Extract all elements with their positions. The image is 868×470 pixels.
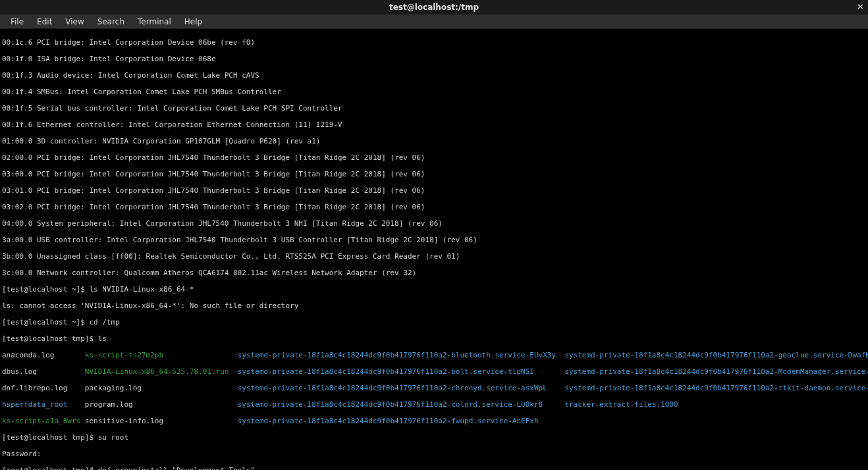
menu-file[interactable]: File	[4, 15, 30, 28]
terminal-output[interactable]: 00:1c.6 PCI bridge: Intel Corporation De…	[0, 29, 868, 470]
prompt-line: [test@localhost tmp]$ ls	[2, 335, 866, 344]
close-icon[interactable]: ×	[857, 1, 864, 11]
menu-search[interactable]: Search	[91, 15, 131, 28]
term-line: 3b:00.0 Unassigned class [ff00]: Realtek…	[2, 253, 866, 261]
menubar: File Edit View Search Terminal Help	[0, 14, 868, 29]
ls-line: ks-script-a1a_8wrs sensitive-info.log sy…	[2, 417, 866, 426]
prompt-line: [test@localhost tmp]$ su root	[2, 434, 866, 442]
term-line: 00:1f.4 SMBus: Intel Corporation Comet L…	[2, 88, 866, 97]
term-line: 3c:00.0 Network controller: Qualcomm Ath…	[2, 269, 866, 278]
ls-line: dnf.librepo.log packaging.log systemd-pr…	[2, 384, 866, 393]
term-line: 00:1f.0 ISA bridge: Intel Corporation De…	[2, 55, 866, 64]
term-line: 03:02.0 PCI bridge: Intel Corporation JH…	[2, 203, 866, 212]
prompt-line: [root@localhost tmp]# dnf groupinstall "…	[2, 467, 866, 471]
window-titlebar: test@localhost:/tmp ×	[0, 0, 868, 14]
menu-help[interactable]: Help	[178, 15, 209, 28]
window-title: test@localhost:/tmp	[389, 3, 479, 12]
term-line: Password:	[2, 450, 866, 459]
term-line: 00:1f.6 Ethernet controller: Intel Corpo…	[2, 121, 866, 130]
term-line: 03:00.0 PCI bridge: Intel Corporation JH…	[2, 170, 866, 179]
prompt-line: [test@localhost ~]$ ls NVIDIA-Linux-x86_…	[2, 286, 866, 294]
term-line: 01:00.0 3D controller: NVIDIA Corporatio…	[2, 138, 866, 146]
ls-line: anaconda.log ks-script-ts27m2pb systemd-…	[2, 352, 866, 360]
term-line: 04:00.0 System peripheral: Intel Corpora…	[2, 220, 866, 228]
prompt-line: [test@localhost ~]$ cd /tmp	[2, 319, 866, 327]
menu-view[interactable]: View	[59, 15, 90, 28]
ls-line: dbus.log NVIDIA-Linux-x86_64-525.78.01.r…	[2, 368, 866, 377]
term-line: 00:1f.5 Serial bus controller: Intel Cor…	[2, 105, 866, 113]
term-line: ls: cannot access 'NVIDIA-Linux-x86_64-*…	[2, 302, 866, 311]
term-line: 00:1c.6 PCI bridge: Intel Corporation De…	[2, 39, 866, 47]
menu-terminal[interactable]: Terminal	[131, 15, 178, 28]
term-line: 00:1f.3 Audio device: Intel Corporation …	[2, 72, 866, 80]
term-line: 02:00.0 PCI bridge: Intel Corporation JH…	[2, 154, 866, 163]
term-line: 03:01.0 PCI bridge: Intel Corporation JH…	[2, 187, 866, 196]
term-line: 3a:00.0 USB controller: Intel Corporatio…	[2, 236, 866, 245]
menu-edit[interactable]: Edit	[30, 15, 59, 28]
ls-line: hsperfdata_root program.log systemd-priv…	[2, 401, 866, 409]
